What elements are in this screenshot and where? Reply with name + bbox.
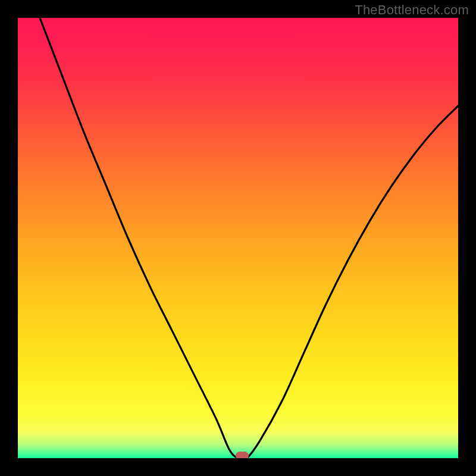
bottleneck-curve (18, 18, 458, 458)
chart-frame: TheBottleneck.com (0, 0, 476, 476)
optimal-point-marker (236, 452, 249, 458)
watermark-text: TheBottleneck.com (355, 2, 469, 18)
plot-area (18, 18, 458, 458)
